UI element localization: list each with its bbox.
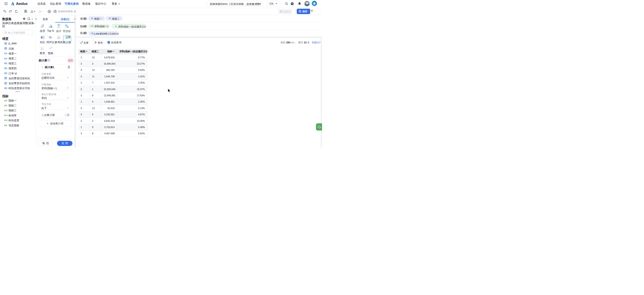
svg-text:?: ? bbox=[292, 3, 293, 5]
svg-text:A: A bbox=[4, 62, 6, 65]
svg-text:A: A bbox=[4, 72, 6, 74]
svg-text:?: ? bbox=[48, 59, 49, 61]
svg-text:A: A bbox=[4, 87, 6, 89]
svg-text:A: A bbox=[4, 67, 6, 69]
